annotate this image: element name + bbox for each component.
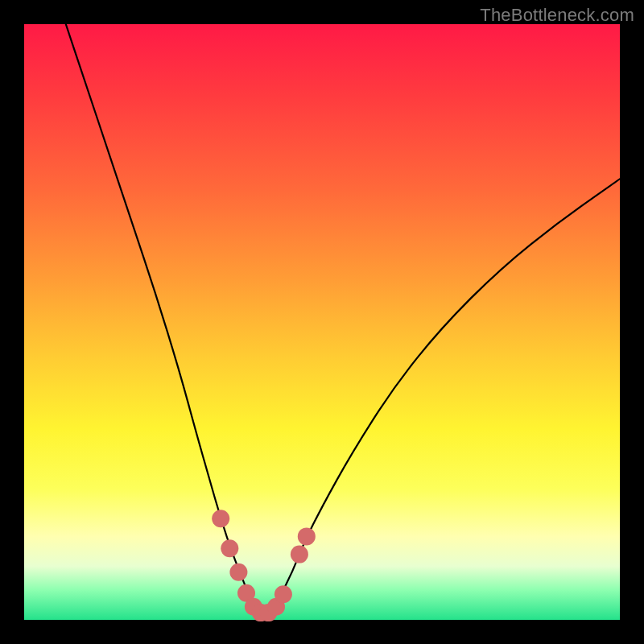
watermark-text: TheBottleneck.com <box>480 5 634 26</box>
chart-area <box>24 24 620 620</box>
highlight-dot <box>298 527 316 545</box>
highlight-dot <box>221 539 238 557</box>
highlight-dots <box>212 510 316 621</box>
highlight-dot <box>275 585 292 603</box>
highlight-dot <box>291 546 308 564</box>
bottleneck-curve <box>66 24 620 613</box>
chart-svg <box>24 24 620 620</box>
highlight-dot <box>212 510 229 527</box>
highlight-dot <box>229 564 247 581</box>
